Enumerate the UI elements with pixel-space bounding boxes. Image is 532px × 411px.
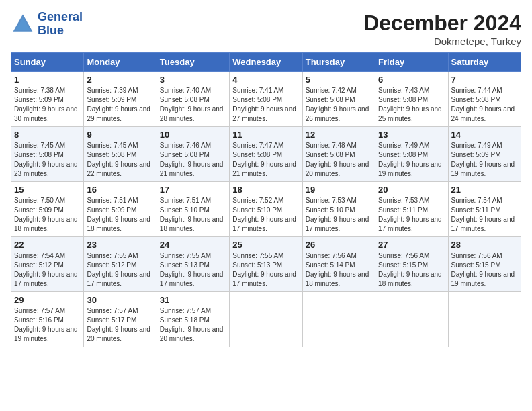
day-info: Sunrise: 7:40 AMSunset: 5:08 PMDaylight:…	[160, 87, 224, 122]
week-row-3: 15Sunrise: 7:50 AMSunset: 5:09 PMDayligh…	[11, 182, 521, 237]
day-cell	[302, 292, 375, 347]
day-info: Sunrise: 7:56 AMSunset: 5:14 PMDaylight:…	[306, 252, 369, 287]
title-block: December 2024 Dokmetepe, Turkey	[363, 11, 521, 47]
day-info: Sunrise: 7:51 AMSunset: 5:10 PMDaylight:…	[160, 197, 224, 232]
day-cell: 4Sunrise: 7:41 AMSunset: 5:08 PMDaylight…	[230, 72, 302, 127]
day-number: 7	[451, 75, 518, 85]
calendar-header-row: SundayMondayTuesdayWednesdayThursdayFrid…	[11, 53, 521, 72]
day-cell: 3Sunrise: 7:40 AMSunset: 5:08 PMDaylight…	[157, 72, 229, 127]
day-cell: 20Sunrise: 7:53 AMSunset: 5:11 PMDayligh…	[375, 182, 448, 237]
logo-icon	[11, 12, 35, 36]
day-cell: 28Sunrise: 7:56 AMSunset: 5:15 PMDayligh…	[448, 237, 521, 292]
day-number: 17	[160, 185, 226, 195]
day-number: 27	[378, 240, 445, 250]
day-info: Sunrise: 7:48 AMSunset: 5:08 PMDaylight:…	[306, 142, 369, 177]
day-number: 21	[451, 185, 518, 195]
day-cell: 29Sunrise: 7:57 AMSunset: 5:16 PMDayligh…	[11, 292, 84, 347]
day-info: Sunrise: 7:55 AMSunset: 5:12 PMDaylight:…	[87, 252, 150, 287]
day-cell: 18Sunrise: 7:52 AMSunset: 5:10 PMDayligh…	[230, 182, 302, 237]
day-cell: 8Sunrise: 7:45 AMSunset: 5:08 PMDaylight…	[11, 127, 84, 182]
day-number: 5	[306, 75, 372, 85]
day-info: Sunrise: 7:54 AMSunset: 5:12 PMDaylight:…	[14, 252, 78, 287]
day-cell: 25Sunrise: 7:55 AMSunset: 5:13 PMDayligh…	[230, 237, 302, 292]
header-monday: Monday	[84, 53, 157, 72]
day-cell: 5Sunrise: 7:42 AMSunset: 5:08 PMDaylight…	[302, 72, 375, 127]
month-title: December 2024	[363, 11, 521, 36]
day-number: 24	[160, 240, 226, 250]
day-number: 16	[87, 185, 153, 195]
header-friday: Friday	[375, 53, 448, 72]
day-cell: 13Sunrise: 7:49 AMSunset: 5:08 PMDayligh…	[375, 127, 448, 182]
day-number: 23	[87, 240, 153, 250]
day-number: 3	[160, 75, 226, 85]
day-info: Sunrise: 7:44 AMSunset: 5:08 PMDaylight:…	[451, 87, 515, 122]
day-info: Sunrise: 7:54 AMSunset: 5:11 PMDaylight:…	[451, 197, 515, 232]
day-cell: 11Sunrise: 7:47 AMSunset: 5:08 PMDayligh…	[230, 127, 302, 182]
day-cell: 17Sunrise: 7:51 AMSunset: 5:10 PMDayligh…	[157, 182, 229, 237]
day-cell: 1Sunrise: 7:38 AMSunset: 5:09 PMDaylight…	[11, 72, 84, 127]
day-number: 4	[232, 75, 299, 85]
day-cell: 21Sunrise: 7:54 AMSunset: 5:11 PMDayligh…	[448, 182, 521, 237]
day-info: Sunrise: 7:55 AMSunset: 5:13 PMDaylight:…	[160, 252, 224, 287]
day-info: Sunrise: 7:50 AMSunset: 5:09 PMDaylight:…	[14, 197, 78, 232]
day-info: Sunrise: 7:55 AMSunset: 5:13 PMDaylight:…	[232, 252, 296, 287]
day-cell: 27Sunrise: 7:56 AMSunset: 5:15 PMDayligh…	[375, 237, 448, 292]
day-number: 22	[14, 240, 81, 250]
day-cell: 2Sunrise: 7:39 AMSunset: 5:09 PMDaylight…	[84, 72, 157, 127]
location-subtitle: Dokmetepe, Turkey	[363, 36, 521, 47]
day-number: 18	[232, 185, 299, 195]
day-number: 8	[14, 130, 81, 140]
day-cell: 23Sunrise: 7:55 AMSunset: 5:12 PMDayligh…	[84, 237, 157, 292]
day-number: 25	[232, 240, 299, 250]
day-cell	[375, 292, 448, 347]
day-number: 2	[87, 75, 153, 85]
day-number: 1	[14, 75, 81, 85]
day-cell: 6Sunrise: 7:43 AMSunset: 5:08 PMDaylight…	[375, 72, 448, 127]
day-cell: 16Sunrise: 7:51 AMSunset: 5:09 PMDayligh…	[84, 182, 157, 237]
day-cell: 9Sunrise: 7:45 AMSunset: 5:08 PMDaylight…	[84, 127, 157, 182]
day-number: 9	[87, 130, 153, 140]
logo: General Blue	[11, 11, 83, 38]
day-info: Sunrise: 7:45 AMSunset: 5:08 PMDaylight:…	[87, 142, 150, 177]
day-info: Sunrise: 7:57 AMSunset: 5:18 PMDaylight:…	[160, 307, 224, 342]
header-thursday: Thursday	[302, 53, 375, 72]
day-info: Sunrise: 7:39 AMSunset: 5:09 PMDaylight:…	[87, 87, 150, 122]
day-cell: 15Sunrise: 7:50 AMSunset: 5:09 PMDayligh…	[11, 182, 84, 237]
week-row-4: 22Sunrise: 7:54 AMSunset: 5:12 PMDayligh…	[11, 237, 521, 292]
day-info: Sunrise: 7:47 AMSunset: 5:08 PMDaylight:…	[232, 142, 296, 177]
week-row-1: 1Sunrise: 7:38 AMSunset: 5:09 PMDaylight…	[11, 72, 521, 127]
page-header: General Blue December 2024 Dokmetepe, Tu…	[11, 11, 521, 47]
week-row-5: 29Sunrise: 7:57 AMSunset: 5:16 PMDayligh…	[11, 292, 521, 347]
day-info: Sunrise: 7:53 AMSunset: 5:10 PMDaylight:…	[306, 197, 369, 232]
day-cell: 7Sunrise: 7:44 AMSunset: 5:08 PMDaylight…	[448, 72, 521, 127]
day-info: Sunrise: 7:57 AMSunset: 5:17 PMDaylight:…	[87, 307, 150, 342]
day-cell: 19Sunrise: 7:53 AMSunset: 5:10 PMDayligh…	[302, 182, 375, 237]
day-info: Sunrise: 7:52 AMSunset: 5:10 PMDaylight:…	[232, 197, 296, 232]
day-cell: 10Sunrise: 7:46 AMSunset: 5:08 PMDayligh…	[157, 127, 229, 182]
day-info: Sunrise: 7:57 AMSunset: 5:16 PMDaylight:…	[14, 307, 78, 342]
day-number: 26	[306, 240, 372, 250]
day-info: Sunrise: 7:46 AMSunset: 5:08 PMDaylight:…	[160, 142, 224, 177]
day-number: 12	[306, 130, 372, 140]
day-cell: 22Sunrise: 7:54 AMSunset: 5:12 PMDayligh…	[11, 237, 84, 292]
day-cell: 30Sunrise: 7:57 AMSunset: 5:17 PMDayligh…	[84, 292, 157, 347]
header-wednesday: Wednesday	[230, 53, 302, 72]
day-number: 13	[378, 130, 445, 140]
day-number: 19	[306, 185, 372, 195]
day-info: Sunrise: 7:56 AMSunset: 5:15 PMDaylight:…	[451, 252, 515, 287]
day-number: 14	[451, 130, 518, 140]
calendar-body: 1Sunrise: 7:38 AMSunset: 5:09 PMDaylight…	[11, 72, 521, 347]
day-number: 11	[232, 130, 299, 140]
day-cell	[448, 292, 521, 347]
day-number: 6	[378, 75, 445, 85]
header-saturday: Saturday	[448, 53, 521, 72]
week-row-2: 8Sunrise: 7:45 AMSunset: 5:08 PMDaylight…	[11, 127, 521, 182]
day-number: 28	[451, 240, 518, 250]
day-cell: 26Sunrise: 7:56 AMSunset: 5:14 PMDayligh…	[302, 237, 375, 292]
day-number: 29	[14, 295, 81, 305]
logo-text: General Blue	[38, 11, 83, 38]
day-cell: 24Sunrise: 7:55 AMSunset: 5:13 PMDayligh…	[157, 237, 229, 292]
day-number: 31	[160, 295, 226, 305]
day-number: 20	[378, 185, 445, 195]
day-info: Sunrise: 7:41 AMSunset: 5:08 PMDaylight:…	[232, 87, 296, 122]
